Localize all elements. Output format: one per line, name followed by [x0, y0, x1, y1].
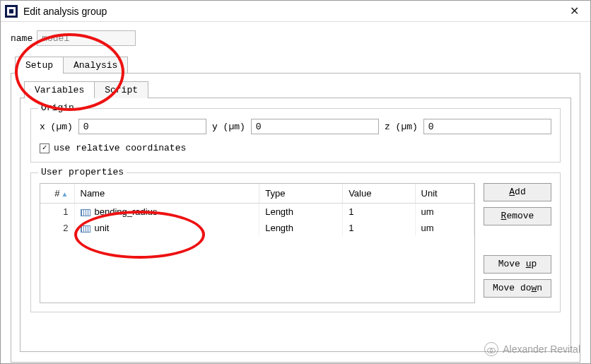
z-label: z (µm)	[385, 122, 418, 132]
table-row[interactable]: 1 bending_radius Length 1 um	[40, 204, 474, 221]
tab-script[interactable]: Script	[94, 81, 148, 98]
col-name[interactable]: Name	[74, 184, 259, 204]
cell-num: 2	[40, 220, 74, 236]
origin-legend: Origin	[38, 102, 77, 113]
app-icon	[5, 5, 18, 18]
y-input[interactable]	[251, 119, 379, 134]
cell-type: Length	[259, 204, 343, 221]
cell-value: 1	[343, 204, 415, 221]
col-num[interactable]: #▲	[40, 184, 74, 204]
name-label: name	[11, 33, 33, 44]
user-properties-body: #▲ Name Type Value Unit	[40, 183, 551, 303]
z-input[interactable]	[423, 119, 551, 134]
dialog-body: name Setup Analysis Variables Script Ori…	[1, 22, 590, 363]
x-input[interactable]	[78, 119, 206, 134]
x-label: x (µm)	[40, 122, 73, 132]
outer-tabstrip: Setup Analysis	[15, 56, 580, 73]
inner-tabstrip: Variables Script	[24, 81, 571, 98]
dialog-window: Edit analysis group ✕ name Setup Analysi…	[0, 0, 591, 364]
tab-setup[interactable]: Setup	[15, 57, 64, 74]
table-row[interactable]: 2 unit Length 1 um	[40, 220, 474, 236]
cell-unit: um	[415, 220, 474, 236]
sort-asc-icon: ▲	[62, 190, 69, 198]
length-icon	[81, 225, 90, 233]
relative-coords-label: use relative coordinates	[54, 143, 186, 153]
cell-name: bending_radius	[74, 204, 259, 221]
col-type[interactable]: Type	[259, 184, 343, 204]
relative-coords-checkbox[interactable]: ✓	[40, 143, 49, 153]
cell-type: Length	[259, 220, 343, 236]
y-label: y (µm)	[212, 122, 245, 132]
col-unit[interactable]: Unit	[415, 184, 474, 204]
cell-num: 1	[40, 204, 74, 221]
table-header-row: #▲ Name Type Value Unit	[40, 184, 474, 204]
relative-coords-row: ✓ use relative coordinates	[40, 143, 551, 153]
cell-name-text: unit	[95, 223, 110, 233]
col-value[interactable]: Value	[343, 184, 415, 204]
name-row: name	[11, 30, 580, 46]
tab-analysis[interactable]: Analysis	[63, 57, 128, 74]
remove-button[interactable]: Remove	[484, 207, 551, 225]
user-properties-legend: User properties	[38, 167, 127, 177]
origin-group: Origin x (µm) y (µm) z (µm) ✓ use relati…	[30, 108, 561, 163]
cell-unit: um	[415, 204, 474, 221]
user-properties-table: #▲ Name Type Value Unit	[40, 184, 474, 236]
move-down-button[interactable]: Move down	[484, 279, 551, 298]
user-properties-buttons: Add Remove Move up Move down	[484, 183, 551, 298]
titlebar: Edit analysis group ✕	[1, 1, 590, 22]
variables-panel: Origin x (µm) y (µm) z (µm) ✓ use relati…	[20, 98, 571, 352]
length-icon	[81, 209, 90, 216]
tab-variables[interactable]: Variables	[24, 81, 95, 98]
move-up-button[interactable]: Move up	[484, 255, 551, 274]
close-button[interactable]: ✕	[558, 1, 590, 22]
cell-name-text: bending_radius	[95, 206, 158, 217]
origin-inputs: x (µm) y (µm) z (µm)	[40, 119, 551, 134]
window-title: Edit analysis group	[23, 6, 558, 17]
cell-name: unit	[74, 220, 259, 236]
setup-panel: Variables Script Origin x (µm) y (µm) z …	[11, 73, 580, 363]
name-input[interactable]	[37, 30, 136, 46]
user-properties-group: User properties #▲ Name	[30, 172, 561, 312]
user-properties-table-wrap[interactable]: #▲ Name Type Value Unit	[40, 183, 475, 303]
col-num-label: #	[54, 188, 59, 199]
button-spacer	[484, 231, 551, 249]
add-button[interactable]: Add	[484, 183, 551, 201]
cell-value: 1	[343, 220, 415, 236]
